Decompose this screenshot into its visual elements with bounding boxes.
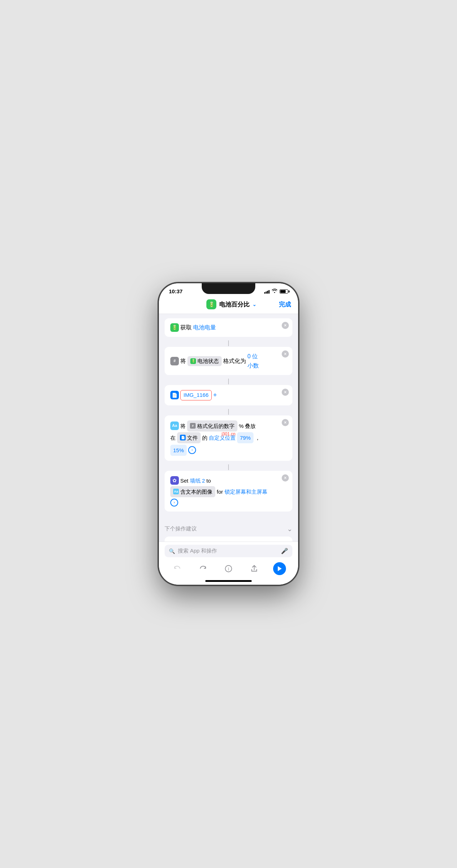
svg-text:i: i (228, 567, 229, 572)
search-bar[interactable]: 🔍 搜索 App 和操作 🎤 (165, 545, 292, 557)
info-button[interactable]: i (222, 562, 235, 575)
screen: 10:37 (159, 283, 298, 585)
step2-close-button[interactable]: × (282, 350, 289, 358)
step5-text-for: for (217, 487, 223, 497)
nav-done-button[interactable]: 完成 (279, 300, 291, 309)
step-card-2[interactable]: # 将 🔋 电池状态 格式化为 0 位小数 × (165, 347, 292, 375)
connector-2 (228, 379, 229, 384)
step-row-2: # 将 🔋 电池状态 格式化为 0 位小数 (170, 352, 287, 370)
step4-file-token[interactable]: 📄 文件 (177, 432, 201, 443)
step2-battery-state-token[interactable]: 🔋 电池状态 (187, 356, 222, 366)
phone-frame: 10:37 (159, 283, 298, 585)
signal-icon (264, 289, 270, 294)
step5-expand-icon[interactable]: › (170, 499, 178, 507)
step1-text-get: 获取 (180, 323, 192, 332)
step3-plus-icon[interactable]: + (213, 390, 217, 400)
step3-icon: 📄 (170, 391, 179, 399)
step1-close-button[interactable]: × (282, 322, 289, 329)
notch (202, 283, 255, 294)
step4-formatted-token[interactable]: # 格式化后的数字 (187, 420, 237, 431)
bottom-bar: 🔍 搜索 App 和操作 🎤 (159, 542, 298, 585)
nav-app-icon: 🔋 (206, 299, 216, 309)
step2-zero-decimal[interactable]: 0 位小数 (247, 352, 259, 370)
share-button[interactable] (248, 562, 261, 575)
step4-text-of: 的 (202, 433, 207, 443)
nav-title-text: 电池百分比 (219, 300, 250, 309)
step4-x-val[interactable]: 79% (237, 432, 253, 443)
step1-icon: 🔋 (170, 323, 179, 332)
step5-icon: ✿ (170, 476, 179, 485)
step2-text-will: 将 (180, 356, 186, 366)
status-time: 10:37 (169, 288, 182, 294)
step5-text-to: to (206, 476, 211, 485)
step-row-1: 🔋 获取 电池电量 (170, 323, 287, 332)
home-indicator (205, 580, 252, 582)
step-row-5: ✿ Set 墙纸 2 to Aa 含文本的图像 for 锁定屏幕和主屏幕 (170, 476, 287, 507)
suggestions-title: 下个操作建议 (165, 525, 197, 532)
wifi-icon (272, 289, 277, 294)
search-icon: 🔍 (169, 548, 175, 554)
search-placeholder: 搜索 App 和操作 (178, 548, 278, 554)
status-icons (264, 289, 288, 294)
content-area[interactable]: 🔋 获取 电池电量 × # 将 🔋 电池状态 (159, 314, 298, 573)
step4-position-token[interactable]: 自定义位置 (209, 433, 236, 443)
step4-close-button[interactable]: × (282, 419, 289, 426)
step3-filename-token[interactable]: IMG_1166 (180, 390, 212, 400)
step4-percent: % (239, 421, 243, 431)
steps-container: 🔋 获取 电池电量 × # 将 🔋 电池状态 (159, 314, 298, 519)
step2-text-format: 格式化为 (223, 356, 246, 366)
step5-text-set: Set (180, 476, 189, 485)
step-card-5[interactable]: ✿ Set 墙纸 2 to Aa 含文本的图像 for 锁定屏幕和主屏幕 (165, 471, 292, 512)
step4-text-on: 在 (170, 433, 176, 443)
suggestions-header[interactable]: 下个操作建议 ⌄ (165, 522, 292, 537)
step-card-1[interactable]: 🔋 获取 电池电量 × (165, 318, 292, 337)
step-card-3[interactable]: 📄 IMG_1166 + × (165, 385, 292, 405)
step5-image-token[interactable]: Aa 含文本的图像 (170, 486, 215, 497)
toolbar-row: i (165, 561, 292, 578)
undo-button[interactable] (171, 562, 184, 575)
step5-close-button[interactable]: × (282, 474, 289, 482)
step4-y-val[interactable]: 15% (170, 445, 187, 456)
step4-overlay: 叠放 (245, 421, 256, 431)
battery-icon (280, 289, 288, 294)
step4-comma: ， (255, 433, 260, 443)
play-button[interactable] (273, 562, 286, 575)
step4-text-will: 将 (180, 421, 186, 431)
step4-icon: Aa (170, 421, 179, 430)
svg-marker-5 (278, 566, 282, 571)
step-row-3: 📄 IMG_1166 + (170, 390, 287, 400)
nav-chevron-icon[interactable]: ⌄ (252, 302, 256, 307)
suggestions-chevron-icon[interactable]: ⌄ (287, 525, 292, 533)
nav-bar: 🔋 电池百分比 ⌄ 完成 (159, 296, 298, 314)
step2-icon: # (170, 357, 179, 365)
step1-battery-token[interactable]: 电池电量 (193, 323, 216, 332)
connector-4 (228, 464, 229, 470)
step5-screen-token[interactable]: 锁定屏幕和主屏幕 (225, 487, 267, 497)
connector-1 (228, 340, 229, 346)
nav-title: 🔋 电池百分比 ⌄ (206, 299, 256, 309)
step5-wallpaper-token[interactable]: 墙纸 2 (190, 476, 205, 485)
step-card-4[interactable]: Aa 将 # 格式化后的数字 % 叠放 在 📄 (165, 415, 292, 461)
redo-button[interactable] (196, 562, 209, 575)
step4-expand-icon[interactable]: › (188, 446, 196, 454)
mic-icon[interactable]: 🎤 (281, 548, 288, 554)
step-row-4: Aa 将 # 格式化后的数字 % 叠放 在 📄 (170, 420, 287, 456)
connector-3 (228, 409, 229, 415)
step3-close-button[interactable]: × (282, 389, 289, 396)
